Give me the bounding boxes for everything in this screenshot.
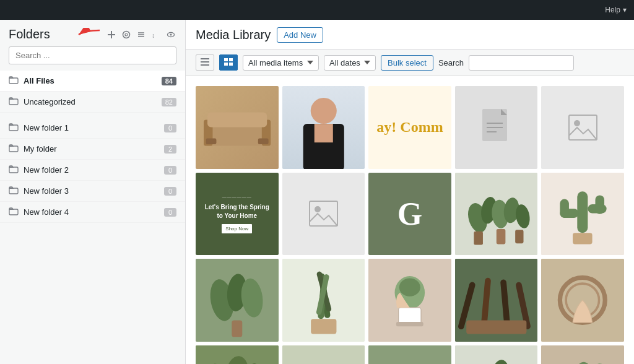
svg-rect-62 — [232, 321, 242, 337]
document-icon — [479, 106, 513, 149]
placeholder-icon-1 — [566, 112, 600, 143]
bottom-plants-4 — [455, 345, 538, 364]
folder-item-uncategorized[interactable]: Uncategorized 82 — [0, 92, 185, 113]
svg-rect-72 — [399, 308, 421, 324]
bottom-plants-3 — [368, 345, 451, 364]
media-grid-items: ay! Comm — [196, 86, 624, 364]
ring-svg — [541, 259, 624, 342]
media-item-bottom3[interactable] — [368, 345, 451, 364]
sort-icon: ↕ — [152, 30, 160, 39]
add-folder-button[interactable] — [106, 29, 117, 40]
folder-search-input[interactable] — [9, 46, 176, 64]
sort-button[interactable]: ↕ — [150, 29, 162, 40]
media-item-ring[interactable] — [541, 259, 624, 342]
content-area: Media Library Add New All media items Al… — [186, 20, 634, 364]
hand-pot-svg — [368, 259, 451, 342]
folder-item-new-folder-2[interactable]: New folder 2 0 — [0, 160, 185, 181]
settings-button[interactable] — [121, 29, 132, 40]
svg-point-4 — [125, 33, 128, 36]
svg-point-31 — [310, 98, 336, 124]
folder-search — [0, 46, 185, 71]
media-search-input[interactable] — [469, 55, 574, 71]
list-view-icon — [201, 58, 209, 66]
bulk-select-button[interactable]: Bulk select — [381, 55, 433, 71]
folder-item-new-folder-4[interactable]: New folder 4 0 — [0, 202, 185, 223]
media-type-filter[interactable]: All media items — [243, 55, 319, 71]
svg-point-39 — [574, 120, 580, 126]
svg-rect-96 — [368, 345, 451, 364]
svg-rect-24 — [229, 63, 233, 66]
content-header: Media Library Add New — [186, 20, 634, 50]
media-item-tools[interactable] — [455, 259, 538, 342]
svg-rect-21 — [224, 58, 228, 61]
folder-item-all-files[interactable]: All Files 84 — [0, 71, 185, 92]
folder-count-my-folder: 2 — [164, 145, 176, 154]
grid-view-button[interactable] — [219, 54, 238, 71]
folder-name-new-folder-3: New folder 3 — [24, 186, 164, 196]
add-new-button[interactable]: Add New — [277, 27, 323, 43]
svg-rect-54 — [560, 199, 570, 217]
svg-text:↕: ↕ — [152, 32, 155, 39]
tools-svg — [455, 259, 538, 342]
folder-count-new-folder-4: 0 — [164, 208, 176, 217]
svg-rect-49 — [497, 229, 506, 244]
search-label: Search — [438, 58, 464, 67]
svg-rect-28 — [207, 113, 267, 128]
sidebar-icon-group: ↕ — [106, 29, 176, 40]
folder-name-new-folder-4: New folder 4 — [24, 207, 164, 217]
date-filter[interactable]: All dates — [324, 55, 376, 71]
plus-icon — [107, 30, 116, 39]
media-item-plants-row4-2[interactable] — [282, 345, 365, 364]
media-item-text-yellow[interactable]: ay! Comm — [368, 86, 451, 169]
top-bar: Help ▾ — [0, 0, 634, 20]
svg-point-3 — [123, 31, 130, 38]
folder-item-new-folder-1[interactable]: New folder 1 0 — [0, 118, 185, 139]
folder-item-new-folder-3[interactable]: New folder 3 0 — [0, 181, 185, 202]
sidebar-title: Folders — [9, 27, 66, 41]
media-item-g-letter[interactable]: G — [368, 173, 451, 256]
media-item-snake-plant[interactable] — [282, 259, 365, 342]
media-item-placeholder-2[interactable] — [282, 173, 365, 256]
media-item-plants-row4-1[interactable] — [196, 345, 279, 364]
media-item-placeholder-1[interactable] — [541, 86, 624, 169]
folder-item-my-folder[interactable]: My folder 2 — [0, 139, 185, 160]
help-dropdown-icon: ▾ — [623, 6, 627, 14]
svg-rect-14 — [9, 146, 18, 152]
move-button[interactable] — [136, 29, 147, 40]
svg-rect-23 — [224, 63, 228, 66]
snake-plant-svg — [282, 259, 365, 342]
media-item-person[interactable] — [282, 86, 365, 169]
media-item-plants-row2[interactable] — [455, 173, 538, 256]
folder-list: All Files 84 Uncategorized 82 New folder… — [0, 71, 185, 364]
plants-svg-1 — [455, 173, 538, 256]
move-icon — [137, 30, 145, 39]
media-item-bottom4[interactable] — [455, 345, 538, 364]
help-button[interactable]: Help ▾ — [605, 6, 627, 14]
svg-rect-12 — [9, 99, 18, 105]
media-item-plants-row3-1[interactable] — [196, 259, 279, 342]
media-item-spring-text[interactable]: —————— Let's Bring the Spring to Your Ho… — [196, 173, 279, 256]
list-view-button[interactable] — [196, 54, 214, 71]
svg-rect-74 — [396, 322, 423, 326]
svg-rect-40 — [310, 201, 337, 226]
svg-rect-17 — [9, 209, 18, 215]
bottom-plants-5 — [541, 345, 624, 364]
open-folder-icon — [9, 76, 19, 84]
plants-svg-4 — [282, 345, 365, 364]
media-item-hand-pot[interactable] — [368, 259, 451, 342]
media-item-cactus[interactable] — [541, 173, 624, 256]
media-toolbar: All media items All dates Bulk select Se… — [186, 50, 634, 76]
svg-rect-18 — [201, 58, 209, 59]
media-item-sofa[interactable] — [196, 86, 279, 169]
media-item-doc[interactable] — [455, 86, 538, 169]
circle-gear-icon — [122, 30, 131, 39]
eye-icon — [167, 30, 175, 39]
svg-rect-107 — [541, 345, 624, 364]
folder-name-uncategorized: Uncategorized — [24, 97, 162, 106]
media-item-bottom5[interactable] — [541, 345, 624, 364]
svg-rect-29 — [206, 139, 216, 145]
plants-svg-3 — [196, 345, 279, 364]
visibility-button[interactable] — [165, 29, 176, 40]
cactus-svg — [541, 173, 624, 256]
svg-rect-52 — [578, 191, 588, 233]
